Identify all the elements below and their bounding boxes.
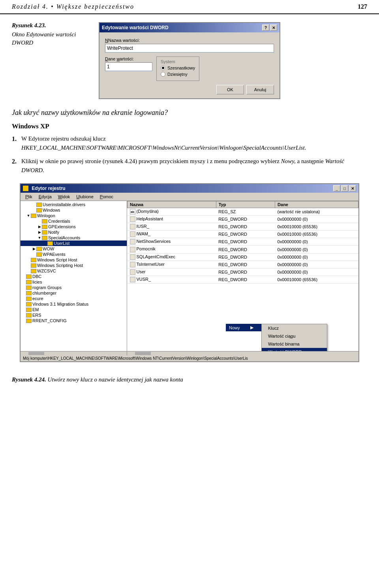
row-data: 0x00010000 (65536): [275, 276, 358, 283]
submenu-klucz[interactable]: Klucz: [262, 324, 327, 332]
ok-button[interactable]: OK: [216, 85, 244, 94]
tree-item-notify[interactable]: ▶ Notify: [21, 229, 127, 235]
submenu-wartosc-dword[interactable]: Wartość DWORD: [262, 348, 327, 351]
tree-item-windows[interactable]: Windows: [21, 207, 127, 213]
value-data-input[interactable]: [105, 62, 152, 71]
table-row[interactable]: Pomocnik REG_DWORD 0x00000000 (0): [128, 246, 358, 253]
submenu-wartosc-ciagu[interactable]: Wartość ciągu: [262, 332, 327, 340]
tree-item-userinstallable[interactable]: Userinstallable.drivers: [21, 202, 127, 207]
tree-item-wpaevents[interactable]: WPAEvents: [21, 252, 127, 257]
row-name: ab(Domyślna): [128, 208, 216, 216]
radio-dec-label: Dziesiętny: [167, 72, 188, 77]
expand-icon: [26, 257, 31, 262]
regedit-statusbar: Mój komputer\HKEY_LOCAL_MACHINE\SOFTWARE…: [21, 355, 358, 361]
submenu-wartosc-binarna[interactable]: Wartość binarna: [262, 340, 327, 348]
tree-scrollbar[interactable]: [21, 351, 127, 355]
folder-icon: [26, 313, 32, 317]
tree-item-wzcsvc[interactable]: WZCSVC: [21, 268, 127, 274]
regedit-minimize[interactable]: _: [333, 185, 340, 192]
figure-caption-left: Rysunek 4.23. Okno Edytowanie wartości D…: [12, 22, 91, 99]
menu-ulubione[interactable]: Ulubione: [73, 193, 96, 200]
menu-widok[interactable]: Widok: [55, 193, 73, 200]
table-row[interactable]: User REG_DWORD 0x00000000 (0): [128, 268, 358, 276]
row-data: 0x00000000 (0): [275, 246, 358, 253]
tree-item-credentials[interactable]: Credentials: [21, 218, 127, 224]
step-2: 2. Kliknij w oknie po prawej stronie (ry…: [12, 157, 367, 175]
cancel-button[interactable]: Anuluj: [246, 85, 274, 94]
step-2-num: 2.: [12, 157, 18, 175]
table-row[interactable]: TsInternetUser REG_DWORD 0x00000000 (0): [128, 261, 358, 268]
menu-plik[interactable]: Plik: [22, 193, 36, 200]
tree-item-em[interactable]: EM: [21, 307, 127, 312]
radio-dec[interactable]: Dziesiętny: [161, 72, 195, 77]
step-2-text: Kliknij w oknie po prawej stronie (rysun…: [21, 157, 367, 175]
folder-icon: [26, 291, 32, 295]
folder-icon: [36, 208, 42, 212]
help-button[interactable]: ?: [262, 24, 269, 31]
tree-item-gpextensions[interactable]: ▶ GPExtensions: [21, 224, 127, 229]
expand-icon: [37, 219, 42, 224]
system-label: System: [161, 59, 195, 64]
tree-item-wsh[interactable]: Windows Script Host: [21, 257, 127, 263]
row-name: HelpAssistant: [128, 216, 216, 223]
registry-table: Nazwa Typ Dane ab(Domyślna) REG_SZ (wart…: [127, 201, 358, 284]
tree-item-ecure[interactable]: ecure: [21, 296, 127, 301]
tree-item-ers[interactable]: ERS: [21, 312, 127, 318]
table-scrollbar[interactable]: [127, 351, 358, 355]
menu-edycja[interactable]: Edycja: [36, 193, 55, 200]
value-name-input[interactable]: [105, 44, 274, 53]
tree-item-chlumberger[interactable]: chlumberger: [21, 290, 127, 296]
tree-item-wshost[interactable]: Windows Scripting Host: [21, 263, 127, 268]
row-name: User: [128, 268, 216, 276]
regedit-tree[interactable]: Userinstallable.drivers Windows ▼ Winlog…: [21, 201, 127, 351]
regedit-icon: [23, 186, 28, 191]
menu-pomoc[interactable]: Pomoc: [97, 193, 116, 200]
table-row[interactable]: IWAM_ REG_DWORD 0x00010000 (65536): [128, 231, 358, 238]
row-name: Pomocnik: [128, 246, 216, 253]
tree-item-specialaccounts[interactable]: ▼ SpecialAccounts: [21, 235, 127, 240]
regedit-maximize[interactable]: □: [341, 185, 348, 192]
col-nazwa: Nazwa: [128, 201, 216, 208]
tree-item-winlogon[interactable]: ▼ Winlogon: [21, 213, 127, 218]
radio-hex-label: Szesnastkowy: [167, 66, 195, 70]
expand-icon: [32, 208, 36, 212]
table-row[interactable]: HelpAssistant REG_DWORD 0x00000000 (0): [128, 216, 358, 223]
row-type: REG_DWORD: [216, 276, 275, 283]
tree-item-vindows31[interactable]: Vindows 3.1 Migration Status: [21, 301, 127, 307]
table-row[interactable]: NetShowServices REG_DWORD 0x00000000 (0): [128, 238, 358, 246]
regedit-close[interactable]: ✕: [349, 185, 356, 192]
figure-bottom-caption: Rysunek 4.24. Utwórz nowy klucz o nazwie…: [0, 376, 379, 383]
row-type: REG_DWORD: [216, 231, 275, 238]
figure-bottom-desc: Utwórz nowy klucz o nazwie identycznej j…: [48, 376, 183, 383]
folder-icon: [36, 252, 42, 257]
tree-item-userlist[interactable]: UserList: [21, 240, 127, 246]
folder-icon: [36, 247, 42, 251]
tree-item-rrent[interactable]: RRENT_CONFIG: [21, 318, 127, 323]
nowy-menu-trigger[interactable]: Nowy ▶: [226, 324, 261, 331]
table-row[interactable]: SQLAgentCmdExec REG_DWORD 0x00000000 (0): [128, 253, 358, 261]
tree-item-wow[interactable]: ▶ WOW: [21, 246, 127, 252]
row-name: VUSR_: [128, 276, 216, 283]
step-1: 1. W Edytorze rejestru odszukaj klucz HK…: [12, 134, 367, 152]
figure-label-top: Rysunek 4.23.: [12, 22, 91, 29]
dword-icon: [130, 224, 135, 229]
page-header: Rozdział 4. • Większe bezpieczeństwo 127: [0, 0, 379, 14]
row-type: REG_DWORD: [216, 246, 275, 253]
expand-icon: [21, 285, 26, 290]
expand-icon: [21, 296, 26, 301]
dword-icon: [130, 216, 135, 222]
row-data: 0x00000000 (0): [275, 268, 358, 276]
figure-desc-top: Okno Edytowanie wartości DWORD: [12, 30, 91, 47]
radio-hex[interactable]: Szesnastkowy: [161, 66, 195, 70]
tree-item-licies[interactable]: licies: [21, 279, 127, 285]
close-button[interactable]: ✕: [270, 24, 277, 31]
context-menu-area: Nowy ▶ Klucz Wartość ciągu Wartość binar…: [226, 324, 261, 331]
table-row[interactable]: IUSR_ REG_DWORD 0x00010000 (65536): [128, 223, 358, 231]
table-row[interactable]: VUSR_ REG_DWORD 0x00010000 (65536): [128, 276, 358, 283]
radio-hex-circle: [161, 66, 165, 70]
tree-item-dbc[interactable]: DBC: [21, 274, 127, 279]
table-row[interactable]: ab(Domyślna) REG_SZ (wartość nie ustalon…: [128, 208, 358, 216]
tree-item-rogram[interactable]: rogram Groups: [21, 285, 127, 290]
row-name: SQLAgentCmdExec: [128, 253, 216, 261]
regedit-main: Userinstallable.drivers Windows ▼ Winlog…: [21, 201, 358, 351]
